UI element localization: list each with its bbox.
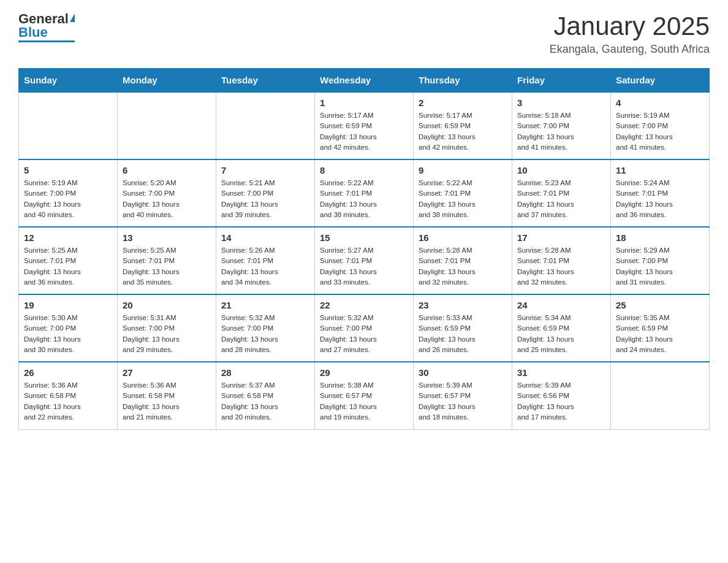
calendar-cell: 7Sunrise: 5:21 AMSunset: 7:00 PMDaylight… — [216, 159, 315, 227]
day-number: 6 — [123, 165, 211, 175]
day-info: Sunrise: 5:31 AMSunset: 7:00 PMDaylight:… — [123, 313, 211, 355]
day-number: 10 — [517, 165, 605, 175]
day-number: 4 — [616, 98, 704, 108]
day-number: 24 — [517, 300, 605, 310]
calendar-cell: 11Sunrise: 5:24 AMSunset: 7:01 PMDayligh… — [611, 159, 710, 227]
location-title: Ekangala, Gauteng, South Africa — [550, 43, 710, 56]
calendar-header-thursday: Thursday — [414, 69, 512, 93]
day-number: 27 — [123, 367, 211, 378]
day-info: Sunrise: 5:29 AMSunset: 7:00 PMDaylight:… — [616, 245, 704, 288]
calendar-cell: 19Sunrise: 5:30 AMSunset: 7:00 PMDayligh… — [19, 294, 118, 362]
calendar-cell: 3Sunrise: 5:18 AMSunset: 7:00 PMDaylight… — [512, 92, 611, 159]
day-info: Sunrise: 5:23 AMSunset: 7:01 PMDaylight:… — [517, 178, 605, 220]
day-number: 8 — [320, 165, 408, 175]
calendar-week-row: 19Sunrise: 5:30 AMSunset: 7:00 PMDayligh… — [19, 294, 710, 362]
day-info: Sunrise: 5:39 AMSunset: 6:57 PMDaylight:… — [419, 380, 507, 423]
day-number: 13 — [123, 232, 211, 243]
calendar-week-row: 12Sunrise: 5:25 AMSunset: 7:01 PMDayligh… — [19, 227, 710, 294]
calendar-cell: 28Sunrise: 5:37 AMSunset: 6:58 PMDayligh… — [216, 362, 315, 429]
calendar-cell: 18Sunrise: 5:29 AMSunset: 7:00 PMDayligh… — [611, 227, 710, 294]
month-title: January 2025 — [550, 12, 710, 40]
calendar-cell: 1Sunrise: 5:17 AMSunset: 6:59 PMDaylight… — [315, 92, 414, 159]
day-info: Sunrise: 5:19 AMSunset: 7:00 PMDaylight:… — [24, 178, 112, 220]
calendar-cell: 6Sunrise: 5:20 AMSunset: 7:00 PMDaylight… — [118, 159, 216, 227]
day-info: Sunrise: 5:17 AMSunset: 6:59 PMDaylight:… — [419, 110, 507, 153]
day-info: Sunrise: 5:25 AMSunset: 7:01 PMDaylight:… — [123, 245, 211, 288]
calendar-week-row: 5Sunrise: 5:19 AMSunset: 7:00 PMDaylight… — [19, 159, 710, 227]
day-number: 7 — [221, 165, 309, 175]
calendar-header-sunday: Sunday — [19, 69, 118, 93]
day-number: 29 — [320, 367, 408, 378]
calendar-cell: 30Sunrise: 5:39 AMSunset: 6:57 PMDayligh… — [414, 362, 512, 429]
day-number: 2 — [419, 98, 507, 108]
day-number: 25 — [616, 300, 704, 310]
day-number: 16 — [419, 232, 507, 243]
title-block: January 2025 Ekangala, Gauteng, South Af… — [550, 12, 710, 56]
page-header: General Blue January 2025 Ekangala, Gaut… — [18, 12, 710, 56]
day-info: Sunrise: 5:37 AMSunset: 6:58 PMDaylight:… — [221, 380, 309, 423]
day-number: 5 — [24, 165, 112, 175]
calendar-cell: 14Sunrise: 5:26 AMSunset: 7:01 PMDayligh… — [216, 227, 315, 294]
calendar-cell: 16Sunrise: 5:28 AMSunset: 7:01 PMDayligh… — [414, 227, 512, 294]
calendar-cell: 2Sunrise: 5:17 AMSunset: 6:59 PMDaylight… — [414, 92, 512, 159]
logo-underline — [18, 40, 75, 42]
day-info: Sunrise: 5:26 AMSunset: 7:01 PMDaylight:… — [221, 245, 309, 288]
day-number: 14 — [221, 232, 309, 243]
calendar-header-row: SundayMondayTuesdayWednesdayThursdayFrid… — [19, 69, 710, 93]
day-number: 20 — [123, 300, 211, 310]
day-info: Sunrise: 5:27 AMSunset: 7:01 PMDaylight:… — [320, 245, 408, 288]
day-info: Sunrise: 5:32 AMSunset: 7:00 PMDaylight:… — [320, 313, 408, 355]
day-info: Sunrise: 5:24 AMSunset: 7:01 PMDaylight:… — [616, 178, 704, 220]
day-number: 15 — [320, 232, 408, 243]
day-number: 18 — [616, 232, 704, 243]
calendar-cell: 8Sunrise: 5:22 AMSunset: 7:01 PMDaylight… — [315, 159, 414, 227]
day-number: 31 — [517, 367, 605, 378]
day-info: Sunrise: 5:36 AMSunset: 6:58 PMDaylight:… — [123, 380, 211, 423]
calendar-header-wednesday: Wednesday — [315, 69, 414, 93]
day-info: Sunrise: 5:28 AMSunset: 7:01 PMDaylight:… — [419, 245, 507, 288]
calendar-week-row: 1Sunrise: 5:17 AMSunset: 6:59 PMDaylight… — [19, 92, 710, 159]
calendar-cell: 26Sunrise: 5:36 AMSunset: 6:58 PMDayligh… — [19, 362, 118, 429]
day-number: 3 — [517, 98, 605, 108]
day-number: 30 — [419, 367, 507, 378]
logo: General Blue — [18, 12, 75, 42]
calendar-header-friday: Friday — [512, 69, 611, 93]
day-info: Sunrise: 5:36 AMSunset: 6:58 PMDaylight:… — [24, 380, 112, 423]
day-number: 11 — [616, 165, 704, 175]
calendar-cell: 24Sunrise: 5:34 AMSunset: 6:59 PMDayligh… — [512, 294, 611, 362]
day-info: Sunrise: 5:18 AMSunset: 7:00 PMDaylight:… — [517, 110, 605, 153]
day-info: Sunrise: 5:19 AMSunset: 7:00 PMDaylight:… — [616, 110, 704, 153]
day-number: 23 — [419, 300, 507, 310]
day-info: Sunrise: 5:22 AMSunset: 7:01 PMDaylight:… — [419, 178, 507, 220]
day-info: Sunrise: 5:34 AMSunset: 6:59 PMDaylight:… — [517, 313, 605, 355]
calendar-cell: 9Sunrise: 5:22 AMSunset: 7:01 PMDaylight… — [414, 159, 512, 227]
logo-triangle-icon — [70, 13, 75, 22]
calendar-cell: 15Sunrise: 5:27 AMSunset: 7:01 PMDayligh… — [315, 227, 414, 294]
calendar-week-row: 26Sunrise: 5:36 AMSunset: 6:58 PMDayligh… — [19, 362, 710, 429]
day-number: 19 — [24, 300, 112, 310]
calendar-cell: 10Sunrise: 5:23 AMSunset: 7:01 PMDayligh… — [512, 159, 611, 227]
calendar-cell: 5Sunrise: 5:19 AMSunset: 7:00 PMDaylight… — [19, 159, 118, 227]
calendar-header-tuesday: Tuesday — [216, 69, 315, 93]
calendar-cell: 29Sunrise: 5:38 AMSunset: 6:57 PMDayligh… — [315, 362, 414, 429]
day-number: 22 — [320, 300, 408, 310]
calendar-cell — [19, 92, 118, 159]
day-number: 9 — [419, 165, 507, 175]
calendar-header-saturday: Saturday — [611, 69, 710, 93]
day-number: 26 — [24, 367, 112, 378]
day-info: Sunrise: 5:25 AMSunset: 7:01 PMDaylight:… — [24, 245, 112, 288]
logo-blue-text: Blue — [18, 26, 48, 39]
calendar-cell: 13Sunrise: 5:25 AMSunset: 7:01 PMDayligh… — [118, 227, 216, 294]
calendar-table: SundayMondayTuesdayWednesdayThursdayFrid… — [18, 68, 710, 430]
day-number: 17 — [517, 232, 605, 243]
day-info: Sunrise: 5:32 AMSunset: 7:00 PMDaylight:… — [221, 313, 309, 355]
calendar-cell: 31Sunrise: 5:39 AMSunset: 6:56 PMDayligh… — [512, 362, 611, 429]
calendar-cell: 27Sunrise: 5:36 AMSunset: 6:58 PMDayligh… — [118, 362, 216, 429]
day-info: Sunrise: 5:33 AMSunset: 6:59 PMDaylight:… — [419, 313, 507, 355]
calendar-cell — [216, 92, 315, 159]
day-info: Sunrise: 5:28 AMSunset: 7:01 PMDaylight:… — [517, 245, 605, 288]
calendar-cell: 20Sunrise: 5:31 AMSunset: 7:00 PMDayligh… — [118, 294, 216, 362]
day-info: Sunrise: 5:17 AMSunset: 6:59 PMDaylight:… — [320, 110, 408, 153]
day-info: Sunrise: 5:20 AMSunset: 7:00 PMDaylight:… — [123, 178, 211, 220]
day-info: Sunrise: 5:21 AMSunset: 7:00 PMDaylight:… — [221, 178, 309, 220]
